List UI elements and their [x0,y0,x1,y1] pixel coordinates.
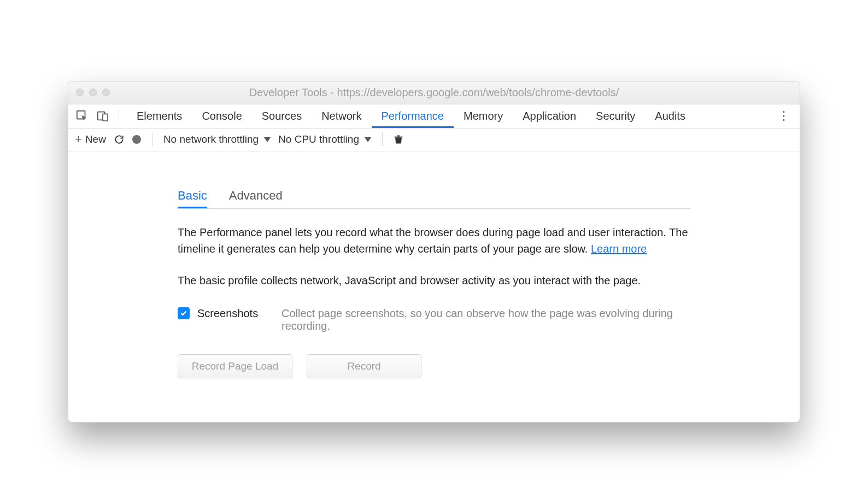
learn-more-link[interactable]: Learn more [591,243,647,255]
performance-panel-content: Basic Advanced The Performance panel let… [68,151,800,422]
record-page-load-button[interactable]: Record Page Load [178,354,292,378]
tab-console[interactable]: Console [192,104,251,128]
screenshots-description: Collect page screenshots, so you can obs… [281,307,690,332]
tab-network[interactable]: Network [312,104,371,128]
tab-audits[interactable]: Audits [645,104,695,128]
chevron-down-icon [365,137,371,142]
sub-tab-basic[interactable]: Basic [178,184,207,208]
tab-elements[interactable]: Elements [127,104,192,128]
more-options-icon[interactable]: ⋮ [773,109,794,123]
panel-tabs: Elements Console Sources Network Perform… [127,104,769,128]
separator [382,133,383,146]
minimize-window-button[interactable] [89,89,97,96]
devtools-window: Developer Tools - https://developers.goo… [68,81,800,423]
zoom-window-button[interactable] [102,89,110,96]
sub-tab-advanced[interactable]: Advanced [229,184,283,208]
new-label: New [85,133,106,145]
screenshots-option: Screenshots Collect page screenshots, so… [178,307,690,332]
tab-application[interactable]: Application [513,104,586,128]
close-window-button[interactable] [76,89,84,96]
record-indicator-icon[interactable] [132,135,141,144]
traffic-lights [76,89,110,96]
window-title: Developer Tools - https://developers.goo… [68,86,800,99]
tab-memory[interactable]: Memory [454,104,513,128]
window-titlebar: Developer Tools - https://developers.goo… [68,81,800,104]
network-throttle-dropdown[interactable]: No network throttling [163,133,271,145]
separator [119,109,119,122]
devtools-tabbar: Elements Console Sources Network Perform… [68,104,800,128]
panel-intro: The Performance panel lets you record wh… [178,224,690,257]
tab-performance[interactable]: Performance [372,104,454,128]
chevron-down-icon [264,137,271,142]
record-button[interactable]: Record [307,354,421,378]
performance-toolbar: + New No network throttling No CPU throt… [68,128,800,151]
new-recording-button[interactable]: + New [75,132,106,147]
inspect-element-icon[interactable] [74,108,90,124]
profile-mode-tabs: Basic Advanced [178,184,690,209]
screenshots-label: Screenshots [197,307,274,320]
network-throttle-label: No network throttling [163,133,259,145]
plus-icon: + [75,132,82,147]
svg-rect-2 [103,114,108,121]
record-buttons: Record Page Load Record [178,354,690,378]
screenshots-checkbox[interactable] [178,307,190,319]
device-toolbar-icon[interactable] [95,108,111,124]
basic-description: The basic profile collects network, Java… [178,272,690,289]
delete-icon[interactable] [394,134,403,145]
cpu-throttle-dropdown[interactable]: No CPU throttling [278,133,371,145]
reload-icon[interactable] [114,134,125,145]
separator [152,133,153,146]
tab-security[interactable]: Security [586,104,645,128]
tab-sources[interactable]: Sources [252,104,312,128]
cpu-throttle-label: No CPU throttling [278,133,359,145]
